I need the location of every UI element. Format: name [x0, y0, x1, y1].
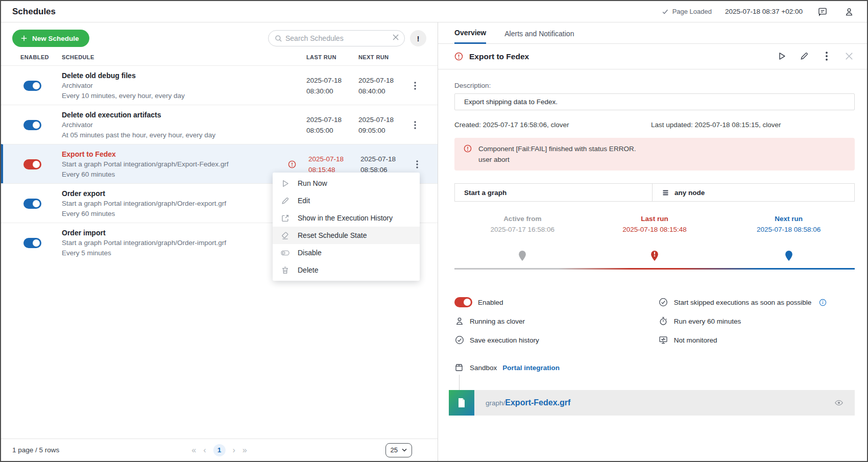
list-toolbar: New Schedule ! — [1, 22, 438, 52]
save-history-property: Save execution history — [454, 334, 659, 346]
not-monitored-property: Not monitored — [659, 334, 855, 346]
enabled-toggle[interactable] — [454, 297, 472, 307]
detail-tabs: Overview Alerts and Notification — [438, 22, 867, 44]
description-label: Description: — [454, 82, 855, 89]
new-schedule-button[interactable]: New Schedule — [12, 30, 89, 47]
alerts-button[interactable]: ! — [410, 30, 426, 46]
search-box — [268, 30, 405, 46]
pagination-summary: 1 page / 5 rows — [12, 446, 59, 454]
menu-item-reset-schedule-state[interactable]: Reset Schedule State — [273, 227, 420, 244]
last-updated-info: Last updated: 2025-07-18 08:15:15, clove… — [651, 121, 781, 129]
table-row[interactable]: Delete old debug files Archivator Every … — [1, 65, 438, 105]
clear-search-icon[interactable] — [392, 34, 399, 43]
error-status-icon — [288, 160, 296, 168]
user-account-icon[interactable] — [842, 5, 856, 18]
timer-icon — [659, 317, 668, 326]
enabled-toggle[interactable] — [23, 159, 41, 169]
next-page-icon[interactable]: › — [233, 446, 235, 455]
current-page[interactable]: 1 — [213, 444, 226, 456]
check-icon — [662, 8, 669, 15]
active-from-label: Active from — [503, 215, 541, 223]
schedule-recurrence: Every 60 minutes — [62, 209, 226, 219]
tab-overview[interactable]: Overview — [454, 29, 486, 44]
menu-item-edit[interactable]: Edit — [273, 192, 420, 209]
search-icon — [275, 35, 282, 42]
table-row[interactable]: Delete old execution artifacts Archivato… — [1, 105, 438, 144]
app-window: Schedules Page Loaded 2025-07-18 08:37 +… — [0, 0, 868, 462]
prev-page-icon[interactable]: ‹ — [203, 446, 206, 455]
search-input[interactable] — [282, 34, 392, 42]
created-info: Created: 2025-07-17 16:58:06, clover — [454, 121, 651, 129]
schedule-timeline: Active from 2025-07-17 16:58:06 Last run… — [454, 215, 855, 277]
enabled-toggle[interactable] — [23, 120, 41, 130]
tree-connector — [459, 375, 460, 390]
server-time: 2025-07-18 08:37 +02:00 — [725, 8, 803, 15]
last-run-label: Last run — [641, 215, 668, 223]
schedule-name: Order export — [62, 188, 226, 199]
graph-file-icon — [449, 390, 474, 416]
preview-eye-icon[interactable] — [834, 398, 843, 407]
schedule-recurrence: Every 10 minutes, every hour, every day — [62, 91, 185, 101]
running-as-property: Running as clover — [454, 315, 659, 327]
run-now-icon[interactable] — [777, 52, 787, 62]
check-circle-icon — [659, 298, 668, 307]
error-icon — [464, 144, 472, 153]
detail-titlebar: Export to Fedex — [438, 44, 867, 69]
menu-item-show-execution-history[interactable]: Show in the Execution History — [273, 209, 420, 227]
col-schedule: SCHEDULE — [62, 54, 94, 60]
active-from-pin-icon — [517, 249, 528, 262]
pencil-icon — [281, 197, 290, 205]
edit-icon[interactable] — [800, 52, 810, 62]
tab-alerts-and-notification[interactable]: Alerts and Notification — [504, 30, 574, 43]
detail-title: Export to Fedex — [469, 52, 529, 61]
next-run-pin-icon — [783, 249, 794, 262]
enabled-toggle[interactable] — [23, 238, 41, 248]
menu-item-run-now[interactable]: Run Now — [273, 175, 420, 192]
close-icon[interactable] — [845, 52, 855, 62]
sandbox-link[interactable]: Portal integration — [502, 364, 560, 372]
schedule-name: Delete old execution artifacts — [62, 110, 215, 120]
top-bar: Schedules Page Loaded 2025-07-18 08:37 +… — [1, 1, 867, 22]
enabled-toggle[interactable] — [23, 199, 41, 209]
schedule-name: Delete old debug files — [62, 70, 185, 81]
schedule-name: Export to Fedex — [62, 149, 228, 159]
more-actions-icon[interactable] — [822, 52, 832, 62]
menu-item-disable[interactable]: Disable — [273, 244, 420, 261]
trigger-row: Start a graph any node — [454, 183, 855, 202]
error-banner: Component [Fail:FAIL] finished with stat… — [454, 138, 855, 171]
check-circle-icon — [454, 335, 464, 345]
timeline-line — [454, 268, 855, 270]
info-icon[interactable] — [819, 299, 827, 306]
last-page-icon[interactable]: » — [243, 446, 247, 455]
first-page-icon[interactable]: « — [191, 446, 196, 455]
schedule-detail: Start a graph Portal integration/graph/E… — [62, 159, 228, 169]
row-menu-icon[interactable] — [411, 80, 420, 91]
toggle-off-icon — [281, 249, 290, 257]
last-run-cell: 2025-07-1808:30:00 — [306, 75, 342, 96]
row-context-menu: Run Now Edit Show in the Execution Histo… — [273, 173, 420, 281]
schedule-detail-panel: Overview Alerts and Notification Export … — [438, 22, 867, 461]
schedule-recurrence: At 05 minutes past the hour, every hour,… — [62, 130, 215, 140]
menu-item-delete[interactable]: Delete — [273, 261, 420, 279]
graph-file-link[interactable]: Export-Fedex.grf — [505, 398, 570, 407]
schedule-detail: Archivator — [62, 120, 215, 130]
feedback-icon[interactable] — [816, 5, 829, 18]
sandbox-row: Sandbox Portal integration — [454, 363, 855, 373]
graph-row[interactable]: graph/Export-Fedex.grf — [449, 390, 855, 416]
description-field: Export shipping data to Fedex. — [454, 93, 855, 110]
sandbox-icon — [454, 363, 464, 373]
pagination-bar: 1 page / 5 rows « ‹ 1 › » 25 — [1, 439, 438, 461]
sandbox-label: Sandbox — [470, 364, 497, 372]
graph-path-prefix: graph/ — [486, 399, 505, 407]
enabled-toggle[interactable] — [23, 81, 41, 91]
play-icon — [281, 179, 290, 188]
page-size-select[interactable]: 25 — [385, 443, 412, 457]
row-menu-icon[interactable] — [413, 159, 422, 170]
table-header: ENABLED SCHEDULE LAST RUN NEXT RUN — [1, 52, 438, 65]
next-run-cell: 2025-07-1809:05:00 — [358, 114, 394, 136]
run-every-property: Run every 60 minutes — [659, 315, 855, 327]
col-next-run: NEXT RUN — [358, 54, 389, 60]
monitor-icon — [659, 335, 668, 345]
user-icon — [454, 317, 464, 326]
row-menu-icon[interactable] — [411, 119, 420, 131]
